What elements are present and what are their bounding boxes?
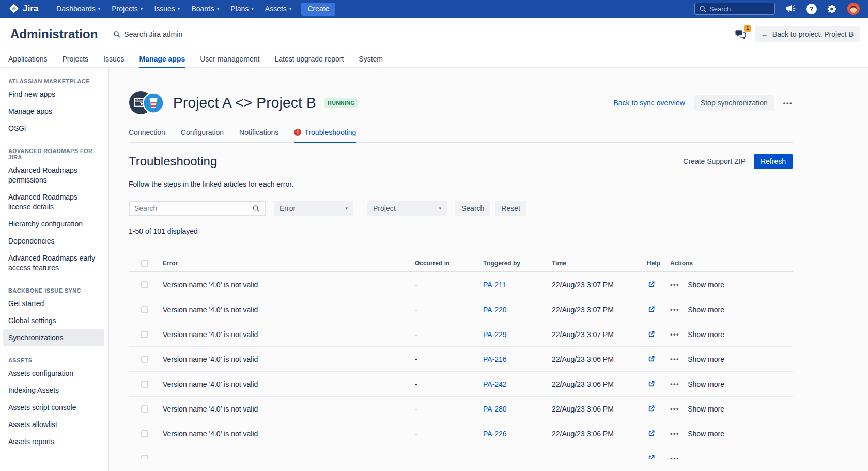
issue-link[interactable]: PA-280 bbox=[483, 405, 507, 413]
create-support-zip-button[interactable]: Create Support ZIP bbox=[683, 157, 746, 165]
col-actions: Actions bbox=[670, 260, 793, 267]
nav-dashboards[interactable]: Dashboards▾ bbox=[51, 0, 106, 18]
tab-projects[interactable]: Projects bbox=[63, 51, 89, 68]
sidebar-item-get-started[interactable]: Get started bbox=[3, 295, 104, 312]
refresh-button[interactable]: Refresh bbox=[754, 154, 793, 169]
external-link-icon[interactable] bbox=[647, 280, 670, 289]
show-more-button[interactable]: Show more bbox=[688, 355, 724, 363]
row-checkbox[interactable] bbox=[141, 331, 148, 338]
notification-icon[interactable]: 1 bbox=[734, 28, 747, 40]
back-to-sync-overview-link[interactable]: Back to sync overview bbox=[613, 99, 685, 107]
show-more-button[interactable]: Show more bbox=[688, 380, 724, 388]
issue-link[interactable]: PA-220 bbox=[483, 306, 507, 314]
issue-link[interactable]: PA-226 bbox=[483, 430, 507, 438]
row-more-menu[interactable]: ••• bbox=[670, 380, 679, 388]
select-all-checkbox[interactable] bbox=[141, 260, 148, 267]
row-more-menu[interactable]: ••• bbox=[670, 281, 679, 288]
user-avatar[interactable] bbox=[847, 3, 860, 15]
stop-synchronization-button[interactable]: Stop synchronization bbox=[694, 95, 774, 111]
gear-icon[interactable] bbox=[827, 4, 838, 14]
tab-user-management[interactable]: User management bbox=[200, 51, 259, 68]
sidebar-item-manage-apps[interactable]: Manage apps bbox=[3, 103, 104, 120]
tab-manage-apps[interactable]: Manage apps bbox=[140, 51, 185, 68]
tab-configuration[interactable]: Configuration bbox=[181, 128, 224, 142]
external-link-icon[interactable] bbox=[647, 429, 670, 438]
sidebar-item-dependencies[interactable]: Dependencies bbox=[3, 233, 104, 250]
admin-sidebar: ATLASSIAN MARKETPLACE Find new apps Mana… bbox=[0, 68, 109, 471]
sidebar-item-find-new-apps[interactable]: Find new apps bbox=[3, 86, 104, 103]
external-link-icon[interactable] bbox=[647, 330, 670, 339]
troubleshooting-subtitle: Follow the steps in the linked articles … bbox=[129, 180, 793, 188]
jira-logo[interactable]: Jira bbox=[8, 3, 38, 14]
tab-issues[interactable]: Issues bbox=[103, 51, 124, 68]
row-more-menu[interactable]: ••• bbox=[670, 454, 679, 459]
show-more-button[interactable]: Show more bbox=[688, 306, 724, 314]
tab-applications[interactable]: Applications bbox=[8, 51, 48, 68]
tab-connection[interactable]: Connection bbox=[129, 128, 165, 142]
sidebar-item-hierarchy-configuration[interactable]: Hierarchy configuration bbox=[3, 216, 104, 233]
nav-projects[interactable]: Projects▾ bbox=[106, 0, 148, 18]
row-checkbox[interactable] bbox=[141, 405, 148, 413]
row-checkbox[interactable] bbox=[141, 455, 148, 459]
row-checkbox[interactable] bbox=[141, 356, 148, 363]
external-link-icon[interactable] bbox=[647, 379, 670, 388]
show-more-button[interactable]: Show more bbox=[688, 430, 724, 438]
show-more-button[interactable]: Show more bbox=[688, 330, 724, 339]
show-more-button[interactable]: Show more bbox=[688, 405, 724, 413]
search-icon bbox=[252, 205, 260, 212]
row-more-menu[interactable]: ••• bbox=[670, 355, 679, 363]
sidebar-item-synchronizations[interactable]: Synchronizations bbox=[3, 329, 104, 346]
sidebar-item-assets-configuration[interactable]: Assets configuration bbox=[3, 365, 104, 382]
sidebar-item-ar-license[interactable]: Advanced Roadmaps license details bbox=[3, 189, 104, 216]
tab-latest-upgrade-report[interactable]: Latest upgrade report bbox=[274, 51, 344, 68]
nav-issues[interactable]: Issues▾ bbox=[148, 0, 185, 18]
help-icon[interactable]: ? bbox=[806, 4, 817, 14]
issue-link[interactable]: PA-211 bbox=[483, 281, 506, 289]
row-checkbox[interactable] bbox=[141, 430, 148, 437]
admin-search[interactable]: Search Jira admin bbox=[113, 30, 182, 38]
nav-boards[interactable]: Boards▾ bbox=[185, 0, 225, 18]
external-link-icon[interactable] bbox=[647, 355, 670, 363]
row-more-menu[interactable]: ••• bbox=[670, 405, 679, 413]
issue-link[interactable]: PA-242 bbox=[483, 380, 507, 388]
row-checkbox[interactable] bbox=[141, 281, 148, 288]
error-search-input[interactable] bbox=[134, 204, 249, 212]
filter-search-button[interactable]: Search bbox=[455, 201, 490, 216]
announcements-icon[interactable] bbox=[785, 3, 796, 14]
row-checkbox[interactable] bbox=[141, 381, 148, 388]
sidebar-item-assets-allowlist[interactable]: Assets allowlist bbox=[3, 416, 104, 433]
sidebar-item-ar-early-access[interactable]: Advanced Roadmaps early access features bbox=[3, 250, 104, 277]
create-button[interactable]: Create bbox=[301, 3, 335, 16]
nav-assets[interactable]: Assets▾ bbox=[259, 0, 298, 18]
global-search[interactable] bbox=[694, 3, 775, 15]
sidebar-item-global-settings[interactable]: Global settings bbox=[3, 312, 104, 329]
filter-reset-button[interactable]: Reset bbox=[495, 201, 526, 216]
sidebar-item-assets-reports[interactable]: Assets reports bbox=[3, 433, 104, 450]
nav-plans[interactable]: Plans▾ bbox=[225, 0, 259, 18]
sidebar-item-osgi[interactable]: OSGi bbox=[3, 120, 104, 137]
back-to-project-button[interactable]: ← Back to project: Project B bbox=[755, 26, 860, 42]
project-dropdown[interactable]: Project ▾ bbox=[367, 201, 447, 216]
chevron-down-icon: ▾ bbox=[251, 7, 254, 11]
sidebar-item-assets-script-console[interactable]: Assets script console bbox=[3, 399, 104, 416]
tab-notifications[interactable]: Notifications bbox=[239, 128, 278, 142]
row-more-menu[interactable]: ••• bbox=[670, 430, 679, 437]
issue-link[interactable]: PA-216 bbox=[483, 355, 507, 363]
tab-system[interactable]: System bbox=[359, 51, 383, 68]
error-dropdown[interactable]: Error ▾ bbox=[274, 201, 353, 216]
issue-link[interactable]: PA-229 bbox=[483, 330, 507, 339]
jira-logo-text: Jira bbox=[23, 4, 38, 14]
error-search-field[interactable] bbox=[129, 201, 266, 216]
sync-more-menu[interactable]: ••• bbox=[783, 99, 793, 107]
global-search-input[interactable] bbox=[709, 5, 770, 13]
external-link-icon[interactable] bbox=[647, 454, 670, 459]
row-more-menu[interactable]: ••• bbox=[670, 330, 679, 338]
external-link-icon[interactable] bbox=[647, 404, 670, 413]
tab-troubleshooting[interactable]: ! Troubleshooting bbox=[294, 128, 356, 142]
sidebar-item-ar-permissions[interactable]: Advanced Roadmaps permissions bbox=[3, 162, 104, 189]
row-checkbox[interactable] bbox=[141, 306, 148, 313]
external-link-icon[interactable] bbox=[647, 305, 670, 314]
sidebar-item-indexing-assets[interactable]: Indexing Assets bbox=[3, 382, 104, 399]
show-more-button[interactable]: Show more bbox=[688, 281, 724, 289]
row-more-menu[interactable]: ••• bbox=[670, 306, 679, 313]
